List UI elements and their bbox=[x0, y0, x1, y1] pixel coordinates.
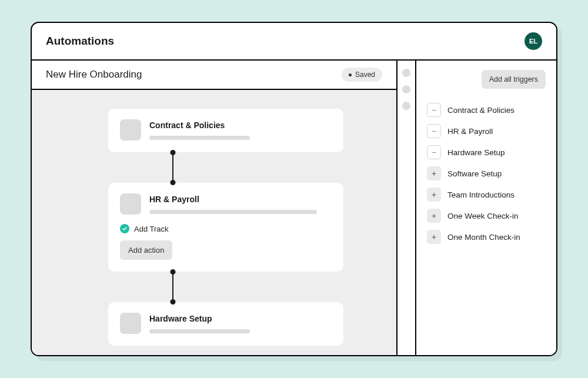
card-icon bbox=[120, 119, 141, 141]
titlebar: Automations EL bbox=[32, 23, 556, 61]
add-trigger-icon[interactable]: + bbox=[427, 209, 441, 223]
workflow-title: New Hire Onboarding bbox=[46, 69, 142, 81]
status-label: Saved bbox=[355, 71, 375, 79]
add-track-label: Add Track bbox=[134, 225, 169, 233]
card-content: Hardware Setup bbox=[149, 313, 332, 333]
connector-icon bbox=[172, 152, 173, 183]
card-icon bbox=[120, 313, 141, 334]
trigger-item[interactable]: + One Month Check-in bbox=[427, 230, 546, 244]
connector-icon bbox=[172, 272, 173, 302]
workflow-card[interactable]: Hardware Setup bbox=[108, 302, 343, 346]
remove-trigger-icon[interactable]: − bbox=[427, 103, 441, 117]
rail-dot-icon[interactable] bbox=[402, 69, 410, 77]
triggers-panel-top: Add all triggers bbox=[427, 70, 546, 89]
card-expanded-area: Add Track Add action bbox=[120, 224, 332, 260]
add-trigger-icon[interactable]: + bbox=[427, 230, 441, 244]
trigger-label: HR & Payroll bbox=[447, 127, 493, 136]
card-content: HR & Payroll bbox=[149, 193, 332, 214]
placeholder-line bbox=[149, 210, 317, 214]
card-title: HR & Payroll bbox=[149, 195, 332, 204]
triggers-panel: Add all triggers − Contract & Policies −… bbox=[416, 61, 556, 355]
card-head: HR & Payroll bbox=[120, 193, 332, 215]
remove-trigger-icon[interactable]: − bbox=[427, 145, 441, 159]
avatar[interactable]: EL bbox=[524, 32, 542, 50]
add-action-button[interactable]: Add action bbox=[120, 240, 172, 260]
app-window: Automations EL New Hire Onboarding Saved bbox=[31, 22, 557, 356]
workflow-flow: Contract & Policies HR & Payroll bbox=[108, 109, 343, 346]
trigger-label: One Week Check-in bbox=[447, 212, 519, 220]
card-title: Hardware Setup bbox=[149, 314, 332, 323]
card-title: Contract & Policies bbox=[149, 121, 332, 130]
add-trigger-icon[interactable]: + bbox=[427, 188, 441, 202]
trigger-label: Software Setup bbox=[447, 169, 502, 178]
trigger-item[interactable]: + Team Introductions bbox=[427, 188, 546, 202]
trigger-label: One Month Check-in bbox=[447, 233, 520, 242]
trigger-label: Team Introductions bbox=[447, 190, 514, 199]
trigger-item[interactable]: + One Week Check-in bbox=[427, 209, 546, 223]
trigger-item[interactable]: − Contract & Policies bbox=[427, 103, 546, 117]
card-head: Hardware Setup bbox=[120, 313, 332, 334]
rail-dot-icon[interactable] bbox=[402, 85, 410, 93]
workflow-card[interactable]: HR & Payroll Add Track Add ac bbox=[108, 183, 343, 272]
placeholder-line bbox=[149, 136, 250, 140]
add-trigger-icon[interactable]: + bbox=[427, 166, 441, 180]
status-badge: Saved bbox=[342, 68, 382, 82]
add-track-row[interactable]: Add Track bbox=[120, 224, 332, 233]
remove-trigger-icon[interactable]: − bbox=[427, 124, 441, 138]
body: New Hire Onboarding Saved Contract & Pol… bbox=[32, 61, 556, 355]
center-rail bbox=[397, 61, 416, 355]
workflow-canvas[interactable]: Contract & Policies HR & Payroll bbox=[32, 90, 396, 355]
trigger-item[interactable]: − Hardware Setup bbox=[427, 145, 546, 159]
status-dot-icon bbox=[349, 73, 352, 76]
trigger-item[interactable]: − HR & Payroll bbox=[427, 124, 546, 138]
card-content: Contract & Policies bbox=[149, 119, 332, 140]
placeholder-line bbox=[149, 329, 250, 333]
card-icon bbox=[120, 193, 141, 215]
left-pane: New Hire Onboarding Saved Contract & Pol… bbox=[32, 61, 397, 355]
trigger-label: Contract & Policies bbox=[447, 106, 514, 115]
page-title: Automations bbox=[46, 35, 114, 48]
workflow-card[interactable]: Contract & Policies bbox=[108, 109, 343, 152]
trigger-label: Hardware Setup bbox=[447, 148, 505, 157]
trigger-item[interactable]: + Software Setup bbox=[427, 166, 546, 180]
trigger-list: − Contract & Policies − HR & Payroll − H… bbox=[427, 103, 546, 244]
rail-dot-icon[interactable] bbox=[402, 102, 410, 110]
card-head: Contract & Policies bbox=[120, 119, 332, 141]
workflow-header: New Hire Onboarding Saved bbox=[32, 61, 396, 90]
add-all-triggers-button[interactable]: Add all triggers bbox=[482, 70, 546, 89]
check-icon bbox=[120, 224, 129, 233]
